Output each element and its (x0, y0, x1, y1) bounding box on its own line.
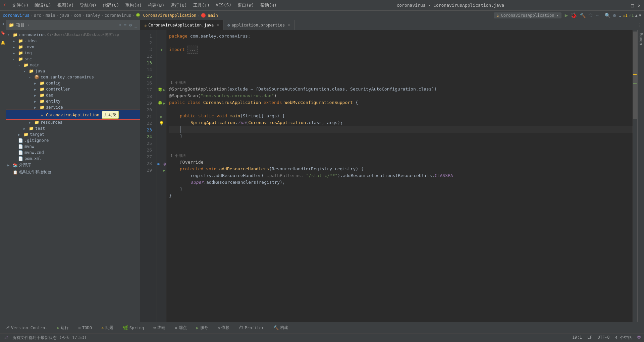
line-separator[interactable]: LF (587, 335, 592, 341)
tree-item-main[interactable]: ▾ 📁 main (6, 62, 140, 68)
breadcrumb-class[interactable]: 🍀 CoronavirusApplication (136, 13, 196, 18)
breadcrumb-java[interactable]: java (60, 13, 69, 18)
search-icon[interactable]: 🔍 (605, 13, 610, 18)
debug-button-icon[interactable]: 🐞 (571, 12, 577, 18)
tab-run[interactable]: ▶ 运行 (55, 324, 71, 332)
breadcrumb-src[interactable]: src (34, 13, 41, 18)
tree-item-mvnw[interactable]: ▶ 📄 mvnw (6, 144, 140, 150)
maven-panel[interactable]: Maven (637, 30, 644, 322)
coverage-button-icon[interactable]: 🛡 (588, 13, 593, 18)
tree-item-scratches[interactable]: ▶ 📋 临时文件和控制台 (6, 169, 140, 176)
editor-scrollbar[interactable] (633, 30, 637, 322)
tab-spring[interactable]: 🌿 Spring (121, 324, 146, 332)
maven-label[interactable]: Maven (639, 33, 643, 45)
tab-version-control[interactable]: ⎇ Version Control (3, 324, 49, 332)
close-button[interactable]: ✕ (638, 3, 641, 8)
tab-build[interactable]: 🔨 构建 (271, 324, 290, 332)
fold-class-arrow[interactable]: ▶ (163, 101, 165, 106)
fold-indicator-3[interactable]: ▼ (160, 48, 163, 52)
tree-item-entity[interactable]: ▶ 📁 entity (6, 98, 140, 104)
settings-icon[interactable]: ⚙ (613, 13, 616, 18)
panel-options-icon[interactable]: ⚙ (129, 22, 132, 27)
run-method-icon[interactable]: ▶ (160, 114, 163, 119)
override-icon[interactable]: ◉ (157, 162, 160, 166)
menu-tools[interactable]: 工具(T) (193, 2, 210, 8)
tab-coronavirus-app[interactable]: ☕ CoronavirusApplication.java × (140, 20, 223, 30)
menu-file[interactable]: 文件(F) (12, 2, 29, 8)
tree-item-pom[interactable]: ▶ 📄 pom.xml (6, 156, 140, 162)
tree-item-mvn[interactable]: ▶ 📁 .mvn (6, 44, 140, 50)
notification-icon[interactable]: 🔔 (1, 40, 5, 45)
structure-icon[interactable]: ≡ (1, 23, 5, 25)
git-icon[interactable]: ⛃ (637, 335, 641, 341)
run-arrow-icon[interactable]: ▶ (163, 88, 165, 92)
tree-item-idea[interactable]: ▶ 📁 .idea (6, 38, 140, 44)
tab-close-2[interactable]: × (288, 23, 290, 27)
breadcrumb-pkg[interactable]: coronavirus (104, 13, 131, 18)
menu-build[interactable]: 构建(B) (148, 2, 164, 8)
encoding-status[interactable]: UTF-8 (597, 335, 609, 341)
tree-item-gitignore[interactable]: ▶ 📄 .gitignore (6, 137, 140, 144)
minimize-button[interactable]: — (624, 3, 627, 8)
tree-item-mvnw-cmd[interactable]: ▶ 📄 mvnw.cmd (6, 150, 140, 156)
breadcrumb-main[interactable]: main (46, 13, 55, 18)
breadcrumb-sanley[interactable]: sanley (86, 13, 100, 18)
tab-dependencies[interactable]: ◇ 依赖 (216, 324, 232, 332)
panel-minimize-icon[interactable]: _ (135, 22, 137, 27)
tree-item-target[interactable]: ▶ 📁 target (6, 131, 140, 137)
fold-class-icon[interactable]: 🍀 (158, 101, 163, 106)
project-dropdown-icon[interactable]: ▾ (28, 23, 30, 27)
window-controls[interactable]: — □ ✕ (624, 3, 641, 8)
tab-services[interactable]: ▶ 服务 (194, 324, 210, 332)
tree-item-resources[interactable]: ▶ 📁 resources (6, 119, 140, 125)
menu-navigate[interactable]: 导航(N) (80, 2, 96, 8)
tab-app-properties[interactable]: ⚙ application.properties × (223, 20, 294, 30)
collapse-all-icon[interactable]: ≡ (124, 22, 127, 27)
code-line-19[interactable] (169, 126, 633, 133)
toolbar-run-icons[interactable]: ▶ 🐞 🔨 🛡 ⋯ 🔍 ⚙ ☁ (565, 12, 622, 18)
fold-end-icon[interactable]: ─ (160, 135, 162, 139)
menu-logo[interactable]: ⚡ (3, 2, 6, 8)
cursor-position[interactable]: 19:1 (572, 335, 582, 341)
menu-code[interactable]: 代码(C) (103, 2, 119, 8)
code-content[interactable]: package com.sanley.coronavirus; import .… (166, 30, 633, 322)
menu-view[interactable]: 视图(V) (57, 2, 74, 8)
tree-item-external-libs[interactable]: ▶ 📚 外部库 (6, 162, 140, 169)
fold-method-icon[interactable]: ▶ (163, 168, 165, 173)
tree-item-img[interactable]: ▶ 📁 img (6, 50, 140, 56)
run-config-selector[interactable]: ☕ CoronavirusApplication ▾ (494, 12, 561, 18)
intention-bulb-icon[interactable]: 💡 (159, 121, 164, 126)
tree-item-test[interactable]: ▶ 📁 test (6, 125, 140, 131)
run-config-dropdown-icon[interactable]: ▾ (556, 13, 558, 18)
tree-item-main-class[interactable]: ▶ ☕ CoronavirusApplication 启动类 (6, 110, 140, 119)
menu-bar[interactable]: ⚡ 文件(F) 编辑(E) 视图(V) 导航(N) 代码(C) 重构(R) 构建… (3, 2, 277, 8)
fold-all-icon[interactable]: ▲ (635, 13, 638, 18)
tree-item-root[interactable]: ▾ 📁 coronavirus C:\Users\Eastward\Deskto… (6, 32, 140, 38)
tree-item-config[interactable]: ▶ 📁 config (6, 80, 140, 86)
breadcrumb-coronavirus[interactable]: coronavirus (3, 13, 29, 18)
menu-help[interactable]: 帮助(H) (260, 2, 277, 8)
tree-item-dao[interactable]: ▶ 📁 dao (6, 92, 140, 98)
run-button-icon[interactable]: ▶ (565, 12, 568, 18)
tab-close-1[interactable]: × (217, 23, 219, 27)
scrollbar-thumb[interactable] (633, 32, 637, 119)
expand-all-icon[interactable]: ▼ (639, 13, 641, 18)
menu-run[interactable]: 运行(U) (170, 2, 187, 8)
more-actions-icon[interactable]: ⋯ (596, 13, 598, 18)
build-button-icon[interactable]: 🔨 (580, 13, 586, 18)
import-fold[interactable]: ... (187, 46, 198, 54)
maximize-button[interactable]: □ (631, 3, 634, 8)
tab-endpoints[interactable]: ◈ 端点 (173, 324, 189, 332)
indent-status[interactable]: 4 个空格 (615, 335, 632, 341)
scope-icon[interactable]: ⊙ (119, 22, 121, 27)
breadcrumb-method[interactable]: 🔴 main (201, 13, 218, 18)
at-icon[interactable]: @ (163, 162, 166, 166)
tree-item-src[interactable]: ▾ 📁 src (6, 56, 140, 62)
tree-item-service[interactable]: ▶ 📁 service (6, 104, 140, 110)
vcs-icon[interactable]: ☁ (619, 13, 621, 18)
menu-window[interactable]: 窗口(W) (237, 2, 254, 8)
tab-todo[interactable]: ≡ TODO (76, 324, 94, 332)
menu-refactor[interactable]: 重构(R) (125, 2, 142, 8)
tab-terminal[interactable]: ⌨ 终端 (151, 324, 167, 332)
tree-item-package[interactable]: ▾ 📦 com.sanley.coronavirus (6, 74, 140, 80)
